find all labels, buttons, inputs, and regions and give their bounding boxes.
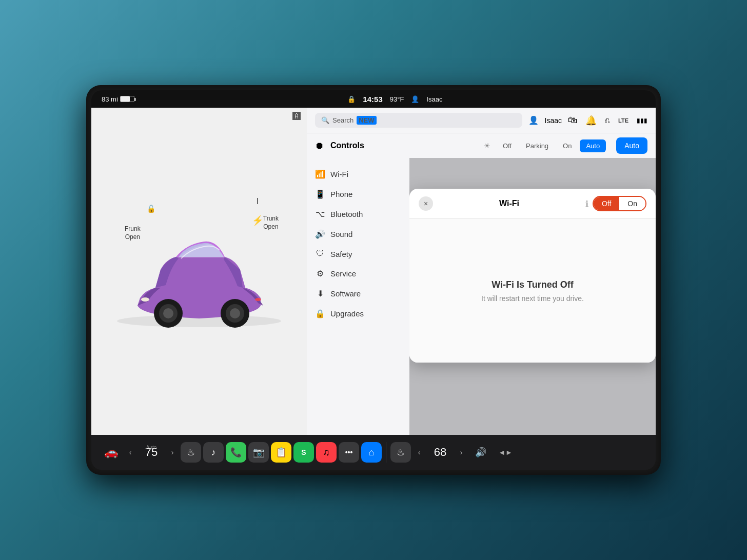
sound-icon: 🔊 <box>315 229 325 239</box>
music-app-icon[interactable]: ♫ <box>316 442 337 463</box>
spotify-app-icon[interactable]: S <box>293 442 314 463</box>
controls-toggle-icon: ⏺ <box>315 141 324 151</box>
sidebar-item-service[interactable]: ⚙ Service <box>307 264 409 284</box>
status-bar: 83 mi 🔒 14:53 93°F 👤 Isaac <box>91 90 656 108</box>
controls-tabs: Off Parking On Auto <box>497 139 606 152</box>
taskbar: 🚗 ‹ Auto 75 › ♨ ♪ 📞 <box>91 435 656 470</box>
taskbar-car[interactable]: 🚗 <box>100 444 122 461</box>
car-visualization: Frunk Open Trunk Open 🔓 | ⚡ <box>91 125 307 435</box>
status-temp: 93°F <box>390 95 404 103</box>
battery-value: 83 mi <box>102 95 118 103</box>
volume-icon: 🔊 <box>475 447 486 458</box>
sidebar-item-upgrades[interactable]: 🔒 Upgrades <box>307 304 409 324</box>
temp-right-up[interactable]: › <box>460 448 463 456</box>
tab-parking[interactable]: Parking <box>520 139 555 152</box>
shop-icon[interactable]: 🛍 <box>568 115 577 126</box>
search-box[interactable]: 🔍 Search NEW <box>315 113 522 128</box>
modal-close-button[interactable]: × <box>419 196 433 211</box>
heat-icon-right[interactable]: ♨ <box>390 442 411 463</box>
wifi-toggle[interactable]: Off On <box>593 196 646 211</box>
lock-icon: 🔒 <box>347 95 356 103</box>
temp-left-up[interactable]: › <box>171 448 174 456</box>
signal-bars: ▮▮▮ <box>637 117 647 124</box>
heat-symbol-left: ♨ <box>187 447 195 458</box>
sidebar-sound-label: Sound <box>330 230 352 238</box>
sidebar-wifi-label: Wi-Fi <box>330 170 348 178</box>
temp-right-down[interactable]: ‹ <box>418 448 421 456</box>
user-icon: 👤 <box>411 95 419 103</box>
top-bar: 🔍 Search NEW 👤 Isaac 🛍 🔔 ⎌ LTE ▮▮▮ <box>307 108 656 133</box>
notes-app-icon[interactable]: 📋 <box>271 442 291 463</box>
bluetooth-app-icon[interactable]: ⌂ <box>361 442 382 463</box>
topbar-username: Isaac <box>545 116 562 125</box>
volume-arrows: ◄► <box>498 448 513 456</box>
taskbar-right-temp-display: 68 <box>427 444 453 461</box>
search-label: Search <box>332 116 353 124</box>
right-content-area: × Wi-Fi ℹ Off On <box>409 158 656 435</box>
taskbar-right-temp-dec[interactable]: ‹ <box>413 446 425 458</box>
media-icon[interactable]: ♪ <box>203 442 224 463</box>
bluetooth-icon[interactable]: ⎌ <box>605 116 610 125</box>
wifi-info-icon[interactable]: ℹ <box>585 199 588 209</box>
autopilot-icon: 🅰 <box>292 112 301 121</box>
wifi-status-title: Wi-Fi Is Turned Off <box>492 279 574 290</box>
wifi-status-subtitle: It will restart next time you drive. <box>481 294 584 303</box>
wifi-icon: 📶 <box>315 169 325 179</box>
bluetooth-sidebar-icon: ⌥ <box>315 209 325 219</box>
bluetooth-symbol: ⌂ <box>369 447 375 458</box>
toggle-on[interactable]: On <box>619 197 645 210</box>
controls-content: 📶 Wi-Fi 📱 Phone ⌥ Bluetooth <box>307 158 656 435</box>
taskbar-right-temp-inc[interactable]: › <box>455 446 467 458</box>
wifi-modal: × Wi-Fi ℹ Off On <box>409 189 656 363</box>
svg-point-3 <box>163 308 173 318</box>
phone-app-icon[interactable]: 📞 <box>226 442 246 463</box>
taskbar-volume-arrows[interactable]: ◄► <box>494 446 517 458</box>
heat-icon-left[interactable]: ♨ <box>181 442 201 463</box>
sidebar-service-label: Service <box>330 269 356 278</box>
sidebar-phone-label: Phone <box>330 190 352 198</box>
toggle-off[interactable]: Off <box>594 197 619 210</box>
camera-app-icon[interactable]: 📷 <box>248 442 269 463</box>
more-apps-icon[interactable]: ••• <box>339 442 359 463</box>
sidebar-item-safety[interactable]: 🛡 Safety <box>307 244 409 264</box>
right-panel: 🔍 Search NEW 👤 Isaac 🛍 🔔 ⎌ LTE ▮▮▮ <box>307 108 656 435</box>
tab-auto[interactable]: Auto <box>580 139 606 152</box>
sidebar-item-bluetooth[interactable]: ⌥ Bluetooth <box>307 204 409 224</box>
software-icon: ⬇ <box>315 289 325 298</box>
taskbar-left-temp-dec[interactable]: ‹ <box>124 446 136 458</box>
right-temp-value: 68 <box>434 446 446 459</box>
sidebar-item-phone[interactable]: 📱 Phone <box>307 184 409 204</box>
charge-icon: ⚡ <box>252 215 263 226</box>
camera-symbol: 📷 <box>253 447 264 458</box>
notification-icon[interactable]: 🔔 <box>585 115 597 126</box>
sidebar-item-sound[interactable]: 🔊 Sound <box>307 224 409 244</box>
sidebar-software-label: Software <box>330 289 361 298</box>
sidebar-item-software[interactable]: ⬇ Software <box>307 284 409 304</box>
auto-button[interactable]: Auto <box>616 137 647 154</box>
taskbar-left-temp-display: Auto 75 <box>139 444 164 461</box>
modal-overlay: × Wi-Fi ℹ Off On <box>409 158 656 435</box>
lte-icon: LTE <box>618 117 628 124</box>
brightness-low-icon: ☀ <box>484 142 490 150</box>
sidebar-safety-label: Safety <box>330 250 352 258</box>
more-symbol: ••• <box>345 448 353 456</box>
car-view-panel: 🅰 <box>91 108 307 435</box>
taskbar-volume[interactable]: 🔊 <box>469 445 492 460</box>
taskbar-left-temp-label-auto: Auto <box>146 445 157 450</box>
wifi-modal-title: Wi-Fi <box>437 199 581 208</box>
phone-icon-sidebar: 📱 <box>315 189 325 199</box>
status-time: 14:53 <box>363 95 382 104</box>
temp-left-down[interactable]: ‹ <box>129 448 132 456</box>
frunk-label: Frunk Open <box>125 225 141 241</box>
user-icon-topbar: 👤 <box>528 115 539 125</box>
sidebar-bt-label: Bluetooth <box>330 210 363 218</box>
svg-point-7 <box>141 297 149 302</box>
tab-off[interactable]: Off <box>497 139 518 152</box>
taskbar-divider <box>386 442 386 463</box>
tab-on[interactable]: On <box>557 139 578 152</box>
music-symbol: ♫ <box>323 447 330 458</box>
sidebar-item-wifi[interactable]: 📶 Wi-Fi <box>307 164 409 184</box>
svg-point-8 <box>255 298 261 301</box>
taskbar-left-temp-inc[interactable]: › <box>166 446 179 458</box>
safety-icon: 🛡 <box>315 249 325 258</box>
